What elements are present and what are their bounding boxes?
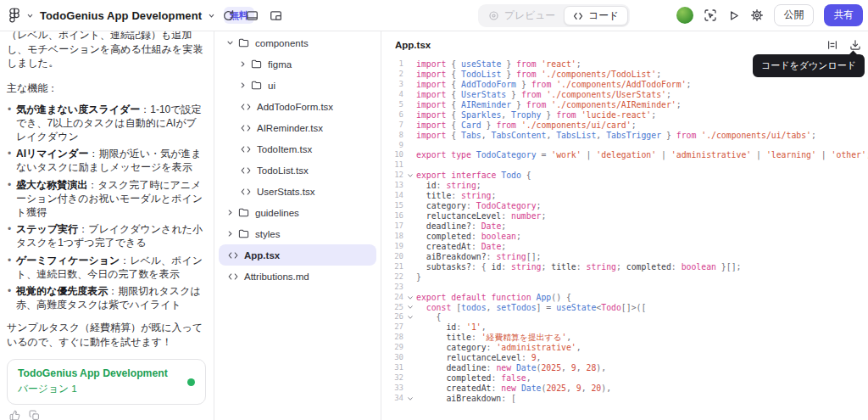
fold-gutter xyxy=(403,373,416,384)
fold-gutter xyxy=(403,201,416,211)
tree-item-label: TodoList.tsx xyxy=(257,165,309,176)
topbar-left: TodoGenius App Development 無料 xyxy=(8,0,254,31)
project-chevron-down-icon[interactable] xyxy=(208,12,215,20)
share-button[interactable]: 共有 xyxy=(824,4,863,26)
fold-gutter xyxy=(403,252,416,262)
folder-icon xyxy=(226,229,249,238)
code-line: 9 xyxy=(381,141,868,151)
code-area[interactable]: 1import { useState } from 'react';2impor… xyxy=(381,56,868,404)
version-status-dot xyxy=(187,378,195,386)
line-number: 15 xyxy=(381,201,403,211)
figma-logo-icon[interactable] xyxy=(8,8,20,24)
fold-gutter xyxy=(403,80,416,90)
tree-item-label: TodoItem.tsx xyxy=(257,144,312,154)
line-number: 14 xyxy=(381,191,403,201)
fold-gutter xyxy=(403,333,416,343)
code-line: 23 xyxy=(381,283,868,293)
code-line: 20 aiBreakdown?: string[]; xyxy=(381,252,868,262)
version-card[interactable]: TodoGenius App Development バージョン 1 xyxy=(7,359,206,405)
fold-gutter xyxy=(403,272,416,283)
line-number: 25 xyxy=(381,303,403,313)
tree-item-guidelines[interactable]: guidelines xyxy=(219,202,376,223)
tab-code[interactable]: コード xyxy=(564,6,628,25)
feature-item: ステップ実行：ブレイクダウンされた小タスクを1つずつ完了できる xyxy=(7,222,206,249)
folder-icon xyxy=(239,59,262,69)
code-line: 15 category: TodoCategory; xyxy=(381,201,868,211)
tree-item-label: figma xyxy=(268,59,292,70)
tree-item-label: Attributions.md xyxy=(244,272,309,282)
line-number: 6 xyxy=(381,110,403,120)
gear-icon[interactable] xyxy=(750,8,764,22)
code-line: 16 reluctanceLevel: number; xyxy=(381,211,868,221)
code-icon xyxy=(573,11,583,21)
code-file-icon xyxy=(241,188,251,196)
fold-gutter xyxy=(403,384,416,394)
fold-chevron-icon[interactable] xyxy=(403,293,416,303)
feature-item: 盛大な称賛演出：タスク完了時にアニメーション付きのお祝いモーダルとポイント獲得 xyxy=(7,178,206,219)
preview-label: プレビュー xyxy=(504,9,555,23)
thumbs-up-icon[interactable] xyxy=(9,410,20,420)
chat-panel: （レベル、ポイント、連続記録）も追加し、モチベーションを高める仕組みを実装しまし… xyxy=(0,31,214,420)
tree-item-todoitem-tsx[interactable]: TodoItem.tsx xyxy=(219,138,376,160)
refresh-icon[interactable] xyxy=(222,9,235,22)
tree-item-userstats-tsx[interactable]: UserStats.tsx xyxy=(219,181,376,202)
code-editor-panel: App.tsx コードをダウンロード 1import { useState } … xyxy=(381,31,868,420)
tree-item-todolist-tsx[interactable]: TodoList.tsx xyxy=(219,160,376,181)
code-line: 28 title: '経費精算を提出する', xyxy=(381,333,868,343)
avatar[interactable] xyxy=(676,7,693,24)
fold-chevron-icon[interactable] xyxy=(403,303,416,313)
feature-list: 気が進まない度スライダー：1-10で設定でき、7以上のタスクは自動的にAIがブレ… xyxy=(7,103,206,312)
assistant-message-outro: サンプルタスク（経費精算）が既に入っているので、すぐに動作を試せます！ xyxy=(7,321,206,349)
fold-gutter xyxy=(403,181,416,191)
tree-item-figma[interactable]: figma xyxy=(219,53,376,75)
top-bar: TodoGenius App Development 無料 xyxy=(0,0,868,31)
tree-item-components[interactable]: components xyxy=(219,32,376,53)
line-number: 9 xyxy=(381,141,403,151)
version-card-title: TodoGenius App Development xyxy=(18,367,168,379)
fold-chevron-icon[interactable] xyxy=(403,171,416,181)
code-line: 25 const [todos, setTodos] = useState<To… xyxy=(381,303,868,313)
workspace-chevron-down-icon[interactable] xyxy=(26,12,34,20)
window-icon[interactable] xyxy=(246,9,259,22)
fold-gutter xyxy=(403,120,416,131)
download-code-icon[interactable] xyxy=(849,39,861,51)
version-card-version: バージョン 1 xyxy=(18,383,168,396)
code-line: 34 aiBreakdown: [ xyxy=(381,394,868,404)
tree-item-addtodoform-tsx[interactable]: AddTodoForm.tsx xyxy=(219,96,376,117)
fold-chevron-icon[interactable] xyxy=(403,312,416,322)
topbar-right: 公開 共有 xyxy=(676,0,863,31)
line-number: 24 xyxy=(381,293,403,303)
code-line: 32 completed: false, xyxy=(381,373,868,384)
eye-icon xyxy=(488,10,499,21)
tree-item-label: components xyxy=(255,38,309,48)
fold-gutter xyxy=(403,211,416,221)
tree-item-label: ui xyxy=(268,81,275,91)
tree-item-aireminder-tsx[interactable]: AIReminder.tsx xyxy=(219,117,376,138)
copy-icon[interactable] xyxy=(29,410,40,420)
topbar-view-controls xyxy=(222,0,282,31)
tab-preview[interactable]: プレビュー xyxy=(480,6,564,25)
run-icon[interactable] xyxy=(727,9,740,22)
code-file-icon xyxy=(241,124,251,132)
tree-item-styles[interactable]: styles xyxy=(219,223,376,244)
code-line: 17 deadline?: Date; xyxy=(381,221,868,232)
line-number: 5 xyxy=(381,100,403,110)
split-panel-icon[interactable] xyxy=(270,9,282,22)
code-line: 11 xyxy=(381,160,868,171)
code-line: 26 { xyxy=(381,312,868,322)
tree-item-attributions-md[interactable]: Attributions.md xyxy=(219,266,376,287)
code-file-icon xyxy=(228,272,238,281)
code-line: 22} xyxy=(381,272,868,283)
select-tool-icon[interactable] xyxy=(704,8,717,22)
folder-icon xyxy=(239,81,262,90)
line-number: 22 xyxy=(381,272,403,283)
publish-button[interactable]: 公開 xyxy=(774,4,815,26)
tree-item-ui[interactable]: ui xyxy=(219,75,376,96)
line-number: 34 xyxy=(381,394,403,404)
line-number: 7 xyxy=(381,120,403,131)
tree-item-app-tsx[interactable]: App.tsx xyxy=(219,244,376,266)
fold-chevron-icon[interactable] xyxy=(403,394,416,404)
format-code-icon[interactable] xyxy=(826,39,838,51)
tree-item-label: AddTodoForm.tsx xyxy=(257,102,333,112)
code-line: 19 createdAt: Date; xyxy=(381,242,868,252)
